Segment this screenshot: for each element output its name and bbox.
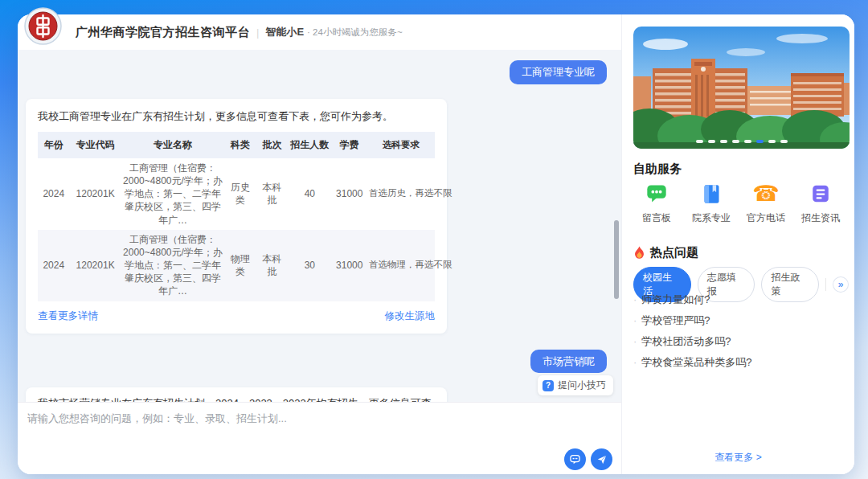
carousel-dot[interactable]	[732, 140, 739, 143]
admission-plan-table: 年份 专业代码 专业名称 科类 批次 招生人数 学费 选科要求 2024 120…	[38, 132, 435, 301]
chat-message-list[interactable]: 工商管理专业呢 我校工商管理专业在广东有招生计划，更多信息可查看下表，您可作为参…	[18, 50, 621, 402]
bullet-icon: ·	[633, 335, 637, 347]
hot-question-item[interactable]: · 学校社团活动多吗?	[633, 334, 844, 355]
carousel-dot[interactable]	[780, 140, 788, 143]
carousel-dot[interactable]	[696, 140, 703, 143]
bullet-icon: ·	[633, 293, 637, 305]
service-message-board[interactable]: 留言板	[633, 182, 680, 225]
hot-question-item[interactable]: · 学校管理严吗?	[633, 313, 844, 334]
app-header: 广州华商学院官方招生咨询平台 | 智能小E · 24小时竭诚为您服务~	[18, 14, 621, 50]
paper-plane-icon	[596, 454, 608, 465]
hot-questions-title: 热点问题	[633, 245, 698, 260]
service-departments[interactable]: 院系专业	[688, 182, 735, 225]
chat-bubble-icon	[569, 453, 581, 465]
hot-question-item[interactable]: · 师资力量如何?	[633, 293, 844, 313]
hot-question-item[interactable]: · 学校食堂菜品种类多吗?	[633, 355, 844, 376]
bot-answer-card: 我校工商管理专业在广东有招生计划，更多信息可查看下表，您可作为参考。 年份 专业…	[26, 99, 447, 334]
question-mark-icon: ?	[542, 380, 554, 391]
message-board-icon	[645, 182, 669, 206]
table-row: 2024 120201K 工商管理（住宿费：2000~4800元/学年；办学地点…	[38, 158, 435, 230]
news-icon	[809, 182, 833, 206]
assistant-name: 智能小E	[265, 25, 304, 39]
quick-chat-button[interactable]	[564, 448, 586, 470]
send-button[interactable]	[591, 448, 612, 470]
carousel-dot[interactable]	[720, 140, 727, 143]
chat-scrollbar[interactable]	[614, 220, 619, 299]
carousel-dot[interactable]	[756, 140, 764, 143]
chat-panel: 广州华商学院官方招生咨询平台 | 智能小E · 24小时竭诚为您服务~ 工商管理…	[18, 14, 621, 474]
user-message-bubble: 市场营销呢	[530, 350, 607, 374]
service-official-phone[interactable]: ☎ 官方电话	[743, 182, 789, 225]
chat-input-area	[18, 402, 621, 474]
carousel-dots	[633, 140, 850, 143]
more-details-link[interactable]: 查看更多详情	[38, 309, 98, 323]
double-chevron-icon: »	[838, 279, 844, 290]
tips-label: 提问小技巧	[558, 379, 606, 392]
page-title: 广州华商学院官方招生咨询平台	[76, 25, 250, 40]
expand-tabs-button[interactable]: »	[833, 276, 849, 293]
campus-photo-carousel[interactable]	[633, 27, 850, 149]
user-message-bubble: 工商管理专业呢	[510, 60, 607, 84]
sidebar: 自助服务 留言板	[621, 14, 854, 474]
tabs-divider	[825, 278, 826, 291]
bot-intro-text: 我校市场营销专业在广东有招生计划，2024、2023、2022年均有招生，更多信…	[38, 396, 435, 402]
phone-icon: ☎	[754, 182, 778, 206]
question-tips-button[interactable]: ? 提问小技巧	[538, 375, 613, 395]
view-more-link[interactable]: 查看更多 >	[622, 451, 854, 465]
carousel-dot[interactable]	[768, 140, 776, 143]
hot-question-list: · 师资力量如何? · 学校管理严吗? · 学校社团活动多吗? · 学校食堂菜品…	[633, 293, 844, 376]
carousel-dot[interactable]	[744, 140, 751, 143]
service-admission-news[interactable]: 招生资讯	[797, 182, 844, 225]
header-tagline: · 24小时竭诚为您服务~	[307, 27, 403, 39]
bot-answer-card: 我校市场营销专业在广东有招生计划，2024、2023、2022年均有招生，更多信…	[26, 387, 447, 402]
table-row: 2024 120201K 工商管理（住宿费：2000~4800元/学年；办学地点…	[38, 230, 435, 301]
header-divider: |	[256, 27, 259, 39]
flame-icon	[633, 246, 645, 260]
book-icon	[699, 182, 723, 206]
change-origin-link[interactable]: 修改生源地	[385, 309, 436, 323]
self-service-title: 自助服务	[633, 162, 682, 177]
self-service-row: 留言板 院系专业 ☎ 官方电话	[633, 182, 844, 225]
bullet-icon: ·	[633, 356, 637, 368]
chat-input[interactable]	[27, 412, 526, 424]
carousel-dot[interactable]	[708, 140, 715, 143]
bot-intro-text: 我校工商管理专业在广东有招生计划，更多信息可查看下表，您可作为参考。	[38, 109, 435, 124]
bullet-icon: ·	[633, 314, 637, 326]
table-header-row: 年份 专业代码 专业名称 科类 批次 招生人数 学费 选科要求	[38, 132, 435, 158]
campus-photo	[633, 27, 850, 149]
main-window: 广州华商学院官方招生咨询平台 | 智能小E · 24小时竭诚为您服务~ 工商管理…	[18, 14, 854, 474]
school-logo-icon	[24, 7, 62, 45]
